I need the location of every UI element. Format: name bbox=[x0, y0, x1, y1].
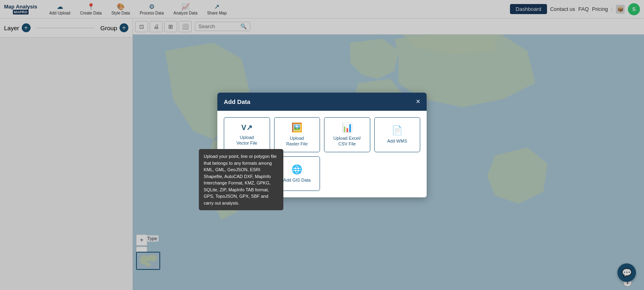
excel-icon: 📊 bbox=[342, 122, 353, 133]
gis-icon: 🌐 bbox=[291, 164, 302, 175]
tooltip-text: Upload your point, line or polygon file … bbox=[204, 154, 277, 205]
vector-icon: V↗ bbox=[242, 123, 252, 132]
wms-icon: 📄 bbox=[392, 125, 402, 136]
upload-excel-card[interactable]: 📊 Upload Excel/CSV File bbox=[324, 117, 370, 152]
add-wms-label: Add WMS bbox=[387, 138, 407, 144]
upload-vector-label: UploadVector File bbox=[236, 135, 257, 146]
tooltip: Upload your point, line or polygon file … bbox=[199, 149, 283, 210]
modal-overlay[interactable]: Add Data × V↗ UploadVector File 🖼️ Uploa… bbox=[0, 0, 644, 290]
modal-header: Add Data × bbox=[217, 93, 427, 111]
raster-icon: 🖼️ bbox=[291, 122, 302, 133]
add-gis-label: Add GIS Data bbox=[283, 177, 311, 183]
add-wms-card[interactable]: 📄 Add WMS bbox=[374, 117, 421, 152]
upload-raster-card[interactable]: 🖼️ UploadRaster File bbox=[274, 117, 320, 152]
upload-raster-label: UploadRaster File bbox=[286, 135, 308, 147]
upload-vector-card[interactable]: V↗ UploadVector File bbox=[224, 117, 270, 152]
upload-excel-label: Upload Excel/CSV File bbox=[333, 135, 361, 147]
modal-close-button[interactable]: × bbox=[416, 97, 420, 106]
modal-title: Add Data bbox=[224, 98, 250, 105]
